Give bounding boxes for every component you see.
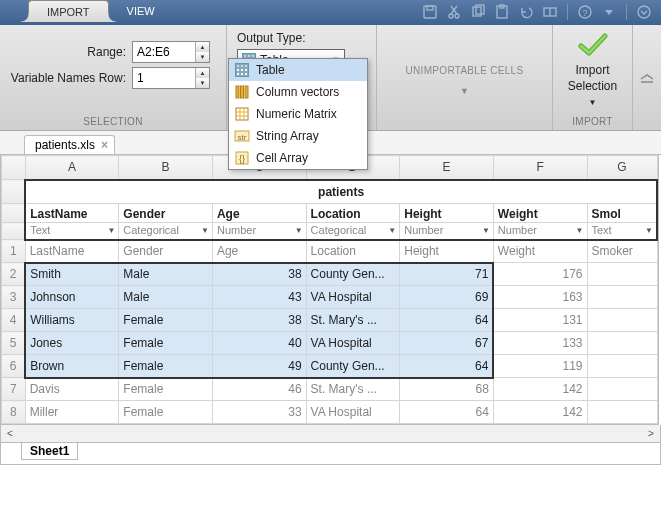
cell[interactable]: 142 xyxy=(493,378,587,401)
cell[interactable]: LastName xyxy=(25,240,119,263)
cell[interactable] xyxy=(587,286,657,309)
row-number[interactable]: 3 xyxy=(2,286,26,309)
cell[interactable]: 64 xyxy=(400,355,494,378)
cell[interactable]: VA Hospital xyxy=(306,332,400,355)
varnames-spin-down[interactable]: ▼ xyxy=(196,78,209,88)
cell[interactable]: 38 xyxy=(212,263,306,286)
undo-icon[interactable] xyxy=(517,3,535,21)
field-header[interactable]: Weight xyxy=(493,204,587,223)
cell[interactable]: 133 xyxy=(493,332,587,355)
tab-view[interactable]: VIEW xyxy=(109,0,173,22)
cell[interactable]: 71 xyxy=(400,263,494,286)
cell[interactable]: Gender xyxy=(119,240,213,263)
cell[interactable]: Davis xyxy=(25,378,119,401)
cell[interactable]: Height xyxy=(400,240,494,263)
cell[interactable] xyxy=(587,309,657,332)
column-header[interactable]: E xyxy=(400,156,494,180)
field-type-selector[interactable]: Number▼ xyxy=(493,223,587,240)
cell[interactable]: Male xyxy=(119,263,213,286)
cell[interactable]: VA Hospital xyxy=(306,286,400,309)
cell[interactable]: 163 xyxy=(493,286,587,309)
field-header[interactable]: Location xyxy=(306,204,400,223)
cell[interactable]: Weight xyxy=(493,240,587,263)
row-number[interactable]: 5 xyxy=(2,332,26,355)
dropdown-option-cell-array[interactable]: {}Cell Array xyxy=(229,147,367,169)
range-spin-up[interactable]: ▲ xyxy=(196,42,209,52)
import-button[interactable]: ImportSelection ▼ IMPORT xyxy=(553,25,633,130)
column-header[interactable]: A xyxy=(25,156,119,180)
cell[interactable] xyxy=(587,401,657,424)
cell[interactable]: St. Mary's ... xyxy=(306,378,400,401)
cell[interactable]: County Gen... xyxy=(306,355,400,378)
cell[interactable]: 38 xyxy=(212,309,306,332)
field-type-selector[interactable]: Categorical▼ xyxy=(119,223,213,240)
cell[interactable]: 69 xyxy=(400,286,494,309)
toolbar-dropdown-icon[interactable] xyxy=(600,3,618,21)
range-spin-down[interactable]: ▼ xyxy=(196,52,209,62)
tab-import[interactable]: IMPORT xyxy=(28,0,109,22)
row-number[interactable]: 7 xyxy=(2,378,26,401)
cell[interactable]: 119 xyxy=(493,355,587,378)
cell[interactable]: St. Mary's ... xyxy=(306,309,400,332)
varnames-input[interactable] xyxy=(133,68,195,88)
paste-icon[interactable] xyxy=(493,3,511,21)
sheet-tab[interactable]: Sheet1 xyxy=(21,443,78,460)
dropdown-option-column-vectors[interactable]: Column vectors xyxy=(229,81,367,103)
field-type-selector[interactable]: Text▼ xyxy=(587,223,657,240)
cell[interactable]: Location xyxy=(306,240,400,263)
row-number[interactable]: 2 xyxy=(2,263,26,286)
cell[interactable] xyxy=(587,355,657,378)
cell[interactable]: Williams xyxy=(25,309,119,332)
cell[interactable] xyxy=(587,263,657,286)
cell[interactable]: Female xyxy=(119,309,213,332)
field-header[interactable]: Gender xyxy=(119,204,213,223)
collapse-ribbon-button[interactable] xyxy=(633,25,661,130)
cell[interactable]: Miller xyxy=(25,401,119,424)
column-header[interactable]: F xyxy=(493,156,587,180)
horizontal-scrollbar[interactable]: < > xyxy=(0,425,661,443)
cell[interactable]: 64 xyxy=(400,401,494,424)
dropdown-option-string-array[interactable]: strString Array xyxy=(229,125,367,147)
dropdown-option-numeric-matrix[interactable]: Numeric Matrix xyxy=(229,103,367,125)
row-number[interactable]: 4 xyxy=(2,309,26,332)
scroll-left-button[interactable]: < xyxy=(1,426,19,442)
varnames-input-wrap[interactable]: ▲▼ xyxy=(132,67,210,89)
field-type-selector[interactable]: Text▼ xyxy=(25,223,119,240)
scroll-right-button[interactable]: > xyxy=(642,426,660,442)
cell[interactable]: Female xyxy=(119,332,213,355)
cut-icon[interactable] xyxy=(445,3,463,21)
cell[interactable]: 68 xyxy=(400,378,494,401)
row-number[interactable]: 8 xyxy=(2,401,26,424)
cell[interactable]: 46 xyxy=(212,378,306,401)
row-number[interactable]: 6 xyxy=(2,355,26,378)
column-header[interactable]: G xyxy=(587,156,657,180)
row-number[interactable]: 1 xyxy=(2,240,26,263)
cell[interactable]: 176 xyxy=(493,263,587,286)
field-type-selector[interactable]: Number▼ xyxy=(212,223,306,240)
cell[interactable]: 64 xyxy=(400,309,494,332)
cell[interactable]: 49 xyxy=(212,355,306,378)
field-header[interactable]: Height xyxy=(400,204,494,223)
range-input-wrap[interactable]: ▲▼ xyxy=(132,41,210,63)
cell[interactable] xyxy=(587,378,657,401)
cell[interactable]: 131 xyxy=(493,309,587,332)
cell[interactable]: Age xyxy=(212,240,306,263)
file-tab[interactable]: patients.xls × xyxy=(24,135,115,154)
cell[interactable]: 142 xyxy=(493,401,587,424)
minimize-ribbon-icon[interactable] xyxy=(635,3,653,21)
cell[interactable]: 40 xyxy=(212,332,306,355)
cell[interactable]: Female xyxy=(119,355,213,378)
switch-icon[interactable] xyxy=(541,3,559,21)
cell[interactable]: 43 xyxy=(212,286,306,309)
scroll-track[interactable] xyxy=(19,426,642,442)
copy-icon[interactable] xyxy=(469,3,487,21)
dropdown-option-table[interactable]: Table xyxy=(229,59,367,81)
varnames-spin-up[interactable]: ▲ xyxy=(196,68,209,78)
cell[interactable]: 67 xyxy=(400,332,494,355)
cell[interactable]: Female xyxy=(119,378,213,401)
field-header[interactable]: LastName xyxy=(25,204,119,223)
close-file-icon[interactable]: × xyxy=(101,138,108,152)
unimportable-cells-group[interactable]: UNIMPORTABLE CELLS ▼ xyxy=(377,25,553,130)
help-icon[interactable]: ? xyxy=(576,3,594,21)
field-header[interactable]: Smol xyxy=(587,204,657,223)
